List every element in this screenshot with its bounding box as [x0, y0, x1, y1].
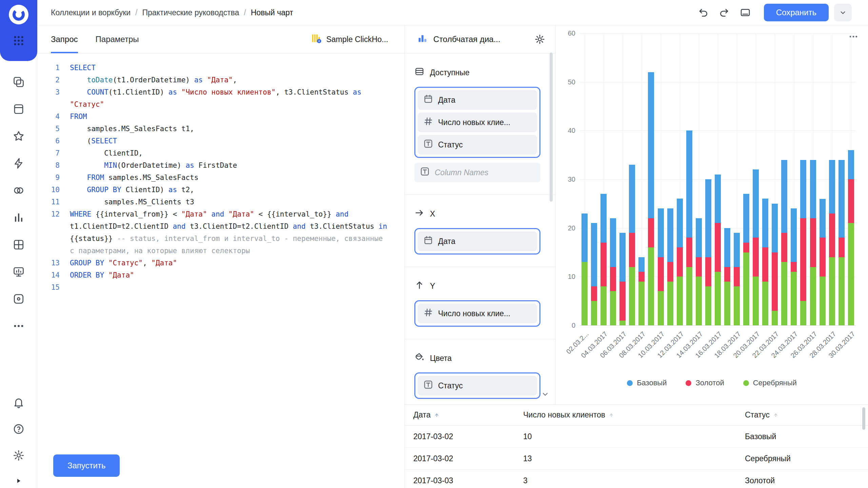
stacked-bar[interactable]	[629, 165, 635, 325]
table-scrollbar[interactable]	[862, 407, 865, 430]
settings-expand-chevron-icon[interactable]	[541, 390, 549, 400]
bar-segment-Серебряный	[638, 282, 645, 325]
field-group: Число новых клие...	[414, 300, 540, 327]
apps-grid-icon[interactable]	[9, 31, 28, 50]
sidebar-item-box[interactable]	[9, 289, 28, 308]
legend-item-Базовый[interactable]: Базовый	[627, 379, 667, 387]
bar-segment-Базовый	[848, 150, 854, 179]
connection-badge[interactable]: Sample ClickHo...	[311, 25, 388, 53]
sidebar-item-gear[interactable]	[9, 446, 28, 465]
field-chip[interactable]: Статус	[418, 376, 537, 395]
stacked-bar[interactable]	[638, 257, 645, 325]
sidebar-item-workbooks[interactable]	[9, 100, 28, 119]
redo-button[interactable]	[716, 5, 732, 20]
stacked-bar[interactable]	[800, 160, 806, 325]
code-line: 7 ClientID,	[37, 147, 405, 159]
bar-segment-Серебряный	[810, 267, 816, 325]
bar-slot	[818, 33, 827, 325]
stacked-bar[interactable]	[648, 72, 654, 325]
stacked-bar[interactable]	[610, 218, 616, 325]
stacked-bar[interactable]	[667, 208, 673, 325]
stacked-bar[interactable]	[848, 150, 854, 325]
save-button[interactable]: Сохранить	[764, 4, 829, 21]
legend-item-Золотой[interactable]: Золотой	[686, 379, 724, 387]
tab-Параметры[interactable]: Параметры	[96, 25, 139, 53]
stacked-bar[interactable]	[591, 223, 597, 325]
sidebar-item-help[interactable]	[9, 420, 28, 439]
bar-chart-type-icon[interactable]	[417, 33, 428, 46]
sidebar-item-bar-chart[interactable]	[9, 208, 28, 227]
stacked-bar[interactable]	[762, 199, 768, 325]
stacked-bar[interactable]	[658, 208, 664, 325]
stacked-bar[interactable]	[781, 160, 787, 325]
table-cell: 10	[523, 432, 745, 441]
datalens-logo-icon[interactable]	[9, 5, 28, 24]
chart-settings-gear-icon[interactable]	[534, 34, 545, 45]
field-chip[interactable]: Число новых клие...	[418, 304, 537, 323]
stacked-bar[interactable]	[743, 194, 749, 325]
field-chip[interactable]: Дата	[418, 90, 537, 110]
line-number: 3	[37, 86, 70, 110]
column-header-sort[interactable]: Число новых клиентов	[523, 410, 745, 420]
bar-segment-Базовый	[810, 160, 816, 218]
stacked-bar[interactable]	[600, 194, 607, 325]
sidebar-item-collections[interactable]	[9, 73, 28, 92]
visualization-column: Столбчатая диа... ДоступныеДатаЧисло нов…	[405, 25, 868, 488]
line-number: 12	[37, 208, 70, 257]
sidebar-item-grid[interactable]	[9, 235, 28, 254]
bar-segment-Золотой	[724, 267, 730, 282]
topbar: Коллекции и воркбуки/Практические руково…	[37, 0, 868, 25]
run-button[interactable]: Запустить	[53, 454, 120, 477]
stacked-bar[interactable]	[677, 199, 683, 325]
undo-button[interactable]	[695, 5, 711, 20]
breadcrumb-item[interactable]: Практические руководства	[142, 8, 239, 17]
stacked-bar[interactable]	[724, 228, 730, 325]
stacked-bar[interactable]	[581, 214, 588, 325]
bar-segment-Серебряный	[581, 262, 588, 325]
stacked-bar[interactable]	[619, 233, 626, 325]
breadcrumb-item[interactable]: Коллекции и воркбуки	[51, 8, 131, 17]
stacked-bar[interactable]	[705, 179, 711, 325]
legend-item-Серебряный[interactable]: Серебряный	[743, 379, 797, 387]
column-header-sort[interactable]: Дата	[413, 410, 523, 420]
stacked-bar[interactable]	[686, 130, 692, 325]
type-icon	[420, 166, 430, 179]
settings-scrollbar[interactable]	[550, 53, 553, 202]
sidebar-item-lightning[interactable]	[9, 154, 28, 173]
sidebar-collapse-button[interactable]	[0, 474, 37, 488]
field-chip-placeholder[interactable]: Column Names	[414, 163, 540, 182]
stacked-bar[interactable]	[696, 218, 702, 325]
plot-area	[580, 33, 856, 325]
stacked-bar[interactable]	[839, 160, 845, 325]
tab-Запрос[interactable]: Запрос	[51, 25, 78, 53]
stacked-bar[interactable]	[820, 199, 826, 325]
sidebar-item-bell[interactable]	[9, 393, 28, 412]
save-menu-chevron-button[interactable]	[834, 4, 852, 21]
bar-segment-Серебряный	[829, 257, 835, 325]
field-chip[interactable]: Статус	[418, 135, 537, 155]
stacked-bar[interactable]	[753, 169, 759, 325]
sidebar-item-ellipsis[interactable]	[9, 317, 28, 336]
stacked-bar[interactable]	[734, 233, 740, 325]
stacked-bar[interactable]	[810, 160, 816, 325]
field-chip[interactable]: Дата	[418, 231, 537, 251]
stacked-bar[interactable]	[772, 204, 778, 325]
chart-type-label[interactable]: Столбчатая диа...	[433, 35, 500, 44]
stacked-bar[interactable]	[791, 208, 797, 325]
sidebar-item-monitor[interactable]	[9, 262, 28, 281]
legend-label: Золотой	[695, 379, 724, 387]
stacked-bar[interactable]	[829, 160, 835, 325]
stacked-bar[interactable]	[715, 175, 721, 325]
table-cell: Золотой	[745, 476, 868, 485]
legend-dot	[627, 380, 633, 386]
bar-slot	[608, 33, 618, 325]
column-header-sort[interactable]: Статус	[745, 410, 868, 420]
panel-toggle-icon[interactable]	[737, 5, 753, 20]
bar-slot	[627, 33, 637, 325]
bar-segment-Золотой	[638, 272, 645, 282]
bar-segment-Базовый	[638, 257, 645, 272]
field-chip[interactable]: Число новых клие...	[418, 113, 537, 132]
sidebar-item-rings[interactable]	[9, 181, 28, 200]
sql-editor[interactable]: 1SELECT2 toDate(t1.OrderDatetime) as "Да…	[37, 54, 405, 488]
sidebar-item-star[interactable]	[9, 127, 28, 146]
